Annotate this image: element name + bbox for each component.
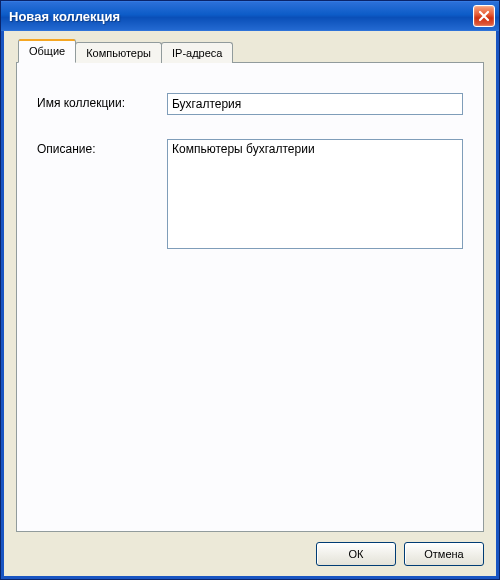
dialog-buttons: ОК Отмена xyxy=(16,532,484,566)
tab-general[interactable]: Общие xyxy=(18,39,76,63)
tab-ip-addresses[interactable]: IP-адреса xyxy=(161,42,233,63)
client-area: Общие Компьютеры IP-адреса Имя коллекции… xyxy=(1,31,499,579)
window-title: Новая коллекция xyxy=(9,9,120,24)
close-button[interactable] xyxy=(473,5,495,27)
cancel-button[interactable]: Отмена xyxy=(404,542,484,566)
dialog-window: Новая коллекция Общие Компьютеры IP-адре… xyxy=(0,0,500,580)
label-collection-name: Имя коллекции: xyxy=(37,93,167,110)
titlebar[interactable]: Новая коллекция xyxy=(1,1,499,31)
ok-button[interactable]: ОК xyxy=(316,542,396,566)
label-description: Описание: xyxy=(37,139,167,156)
tab-panel-general: Имя коллекции: Описание: xyxy=(16,62,484,532)
input-collection-name[interactable] xyxy=(167,93,463,115)
tabstrip: Общие Компьютеры IP-адреса xyxy=(16,41,484,63)
tab-computers[interactable]: Компьютеры xyxy=(75,42,162,63)
input-description[interactable] xyxy=(167,139,463,249)
row-description: Описание: xyxy=(37,139,463,251)
row-collection-name: Имя коллекции: xyxy=(37,93,463,115)
close-icon xyxy=(478,10,490,22)
